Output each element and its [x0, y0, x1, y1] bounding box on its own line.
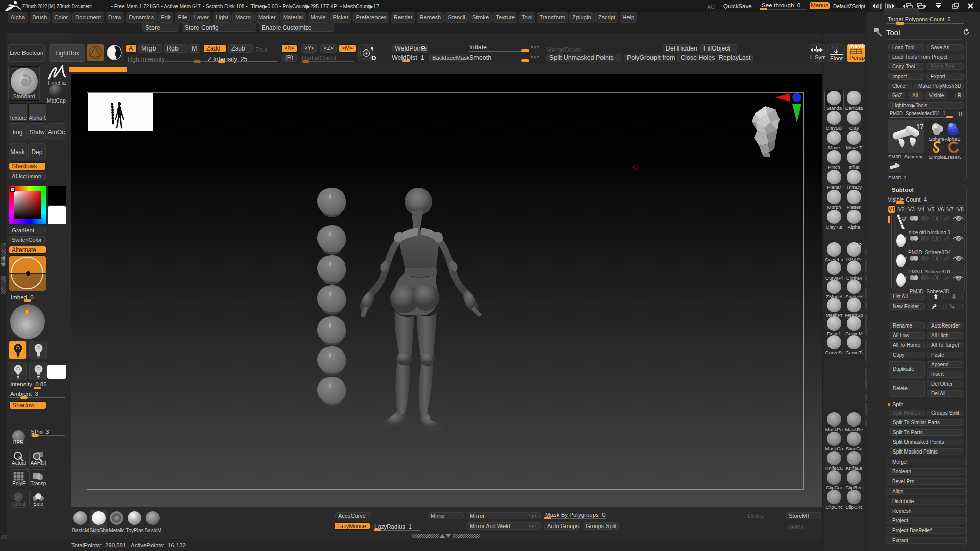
svg-text:ynamic: ynamic	[848, 44, 865, 49]
svg-text:Persp: Persp	[849, 55, 865, 61]
svg-text:×yz: ×yz	[832, 45, 840, 49]
svg-text:D: D	[371, 54, 376, 62]
svg-text:7: 7	[896, 163, 899, 169]
svg-text:L.Sym: L.Sym	[810, 54, 825, 60]
svg-text:17: 17	[916, 123, 923, 131]
svg-text:x1: x1	[19, 455, 23, 458]
svg-text:Floor: Floor	[830, 55, 843, 61]
